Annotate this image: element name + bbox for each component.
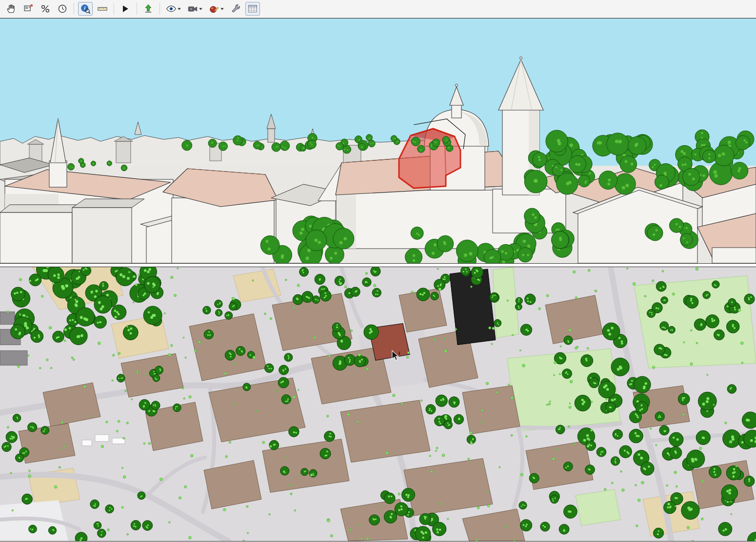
2d-map-view[interactable]: i [0,267,756,542]
tree-highlight [222,146,224,147]
clock-button[interactable] [55,2,70,16]
dropdown-caret-icon[interactable] [199,8,202,10]
tree [660,322,669,330]
dropdown-caret-icon[interactable] [220,8,224,10]
tree-highlight [608,178,611,181]
tree-speckle [112,380,113,381]
tree-highlight [257,145,258,146]
tree-highlight [237,140,239,141]
tree-highlight [748,478,750,480]
tree-speckle [183,337,184,338]
tree-highlight [734,307,736,309]
tree-highlight [287,400,288,402]
tree-speckle [285,279,287,281]
upload-button[interactable] [141,2,156,16]
measure-tool-button[interactable] [95,2,110,16]
tree-speckle [118,352,120,355]
tree-speckle [549,401,551,402]
tree-highlight [305,470,306,471]
tree-speckle [507,300,508,301]
tree-highlight [434,296,436,297]
tree-speckle [297,284,299,287]
play-button[interactable] [118,2,133,16]
tree-highlight [281,146,283,148]
tree-highlight [234,305,235,307]
settings-tools-button[interactable] [228,2,243,16]
globe-tools-menu-button[interactable] [207,2,226,16]
tree-highlight [80,537,82,539]
tree-highlight [20,291,22,293]
pan-tool-button[interactable] [4,2,19,16]
tree [372,288,381,297]
tree-highlight [140,496,141,498]
table-view-button[interactable] [245,2,260,16]
tree-highlight [339,146,340,147]
tree-speckle [675,505,676,507]
tree-speckle [89,415,90,417]
tree [411,137,420,146]
tree-highlight [731,387,732,388]
tree-highlight [80,316,83,319]
tree-highlight [23,452,25,454]
tree-highlight [94,505,96,507]
tree-speckle [489,327,491,329]
tree-highlight [70,166,71,167]
tree-highlight [675,497,676,499]
tree-highlight [432,252,435,255]
tree-highlight [85,318,88,321]
tree-highlight [72,167,73,168]
tree-highlight [243,142,244,144]
tree-speckle [526,435,528,437]
tree-highlight [75,304,78,307]
tree-highlight [438,421,440,423]
tree-speckle [194,349,197,352]
tree-speckle [360,538,362,540]
tree [153,374,160,382]
tree-highlight [746,419,748,421]
tree-highlight [466,271,468,272]
tree-speckle [435,450,437,451]
tree-highlight [102,283,104,285]
tree [320,448,331,459]
tree-speckle [496,391,498,394]
visibility-menu-button[interactable] [164,2,183,16]
tree [686,295,698,308]
tree-highlight [415,141,416,143]
tree-speckle [444,415,447,418]
tree-highlight [302,148,303,149]
tree-highlight [435,142,437,143]
dropdown-caret-icon[interactable] [178,8,181,10]
tree-speckle [574,443,576,445]
tree-speckle [401,403,403,405]
tree-highlight [134,523,135,524]
tree-highlight [670,329,671,330]
tree-highlight [147,527,148,528]
building-footprint [462,386,520,434]
tree-highlight [101,531,103,533]
camera-menu-button[interactable] [185,2,204,16]
tree-highlight [241,351,243,352]
tree-speckle [229,441,231,444]
tree-highlight [287,398,289,400]
tree-highlight [553,500,554,502]
upload-icon [143,3,154,14]
tree-highlight [30,426,32,427]
tree-highlight [325,295,327,297]
tree-highlight [683,397,685,399]
zoom-extent-button[interactable] [21,2,36,16]
tree-highlight [673,437,675,439]
tree-highlight [83,269,84,271]
tree-speckle [588,269,590,271]
tree-highlight [408,511,410,513]
tree-highlight [683,152,686,155]
tree-highlight [690,508,693,511]
tree-highlight [679,226,681,228]
tree-highlight [745,141,748,144]
identify-tool-button[interactable]: i [78,2,93,16]
tree-speckle [289,484,291,486]
tree-highlight [657,308,659,309]
orbit-tool-button[interactable] [38,2,53,16]
3d-scene-view[interactable] [0,18,756,264]
tree-highlight [395,138,396,139]
tree [613,429,623,440]
